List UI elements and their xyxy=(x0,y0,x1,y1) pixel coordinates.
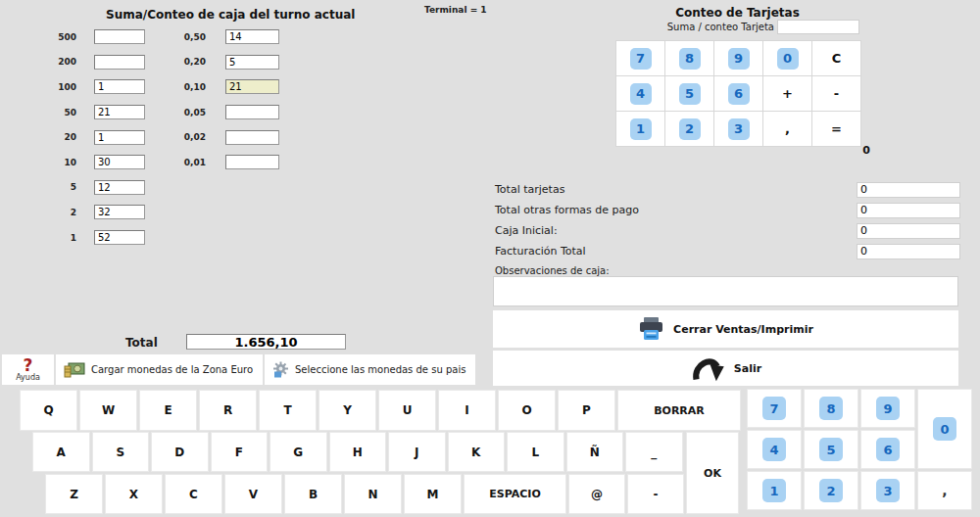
card-keypad-key-equals[interactable]: = xyxy=(812,112,860,146)
coin-count-input-002[interactable] xyxy=(225,130,279,145)
coin-count-input-010-focused[interactable] xyxy=(225,79,279,94)
card-keypad-key-plus[interactable]: + xyxy=(763,76,811,111)
key-n[interactable]: N xyxy=(344,474,402,514)
numpad-key-comma[interactable]: , xyxy=(917,471,972,510)
coin-count-input-001[interactable] xyxy=(225,155,279,169)
key-v[interactable]: V xyxy=(224,474,282,514)
card-keypad-key-4[interactable]: 4 xyxy=(616,76,664,111)
key-l[interactable]: L xyxy=(507,432,564,472)
key-k[interactable]: K xyxy=(448,432,506,472)
printer-icon xyxy=(638,317,664,341)
key-f[interactable]: F xyxy=(211,432,269,472)
key-y[interactable]: Y xyxy=(318,390,376,431)
key-t[interactable]: T xyxy=(259,390,317,431)
card-keypad-key-7[interactable]: 7 xyxy=(616,41,664,75)
bill-count-input-10[interactable] xyxy=(94,155,145,169)
key-digit: 4 xyxy=(762,438,786,461)
key-i[interactable]: I xyxy=(438,390,496,431)
observations-textarea[interactable] xyxy=(493,276,958,306)
numpad-key-4[interactable]: 4 xyxy=(747,430,802,469)
card-keypad-key-clear[interactable]: C xyxy=(812,41,860,75)
bill-count-input-1[interactable] xyxy=(94,230,145,245)
coin-row: 0,10 xyxy=(178,74,279,100)
help-button[interactable]: ? Ayuda xyxy=(2,354,54,385)
bill-count-input-5[interactable] xyxy=(94,180,145,195)
card-keypad-result: 0 xyxy=(855,144,878,157)
load-euro-coins-button[interactable]: Cargar monedas de la Zona Euro xyxy=(56,354,263,385)
numpad: 7 8 9 0 4 5 6 1 2 3 , xyxy=(747,389,972,510)
card-keypad-key-2[interactable]: 2 xyxy=(665,112,713,146)
key-backspace[interactable]: BORRAR xyxy=(617,390,741,431)
key-s[interactable]: S xyxy=(92,432,150,472)
key-p[interactable]: P xyxy=(558,390,615,431)
total-otras-formas-field[interactable] xyxy=(857,203,960,218)
card-keypad-key-5[interactable]: 5 xyxy=(665,76,713,111)
key-underscore[interactable]: _ xyxy=(625,432,683,472)
total-tarjetas-field[interactable] xyxy=(857,182,960,198)
card-keypad-key-9[interactable]: 9 xyxy=(714,41,762,75)
close-sales-print-button[interactable]: Cerrar Ventas/Imprimir xyxy=(493,310,958,348)
key-ok[interactable]: OK xyxy=(686,432,739,514)
numpad-key-1[interactable]: 1 xyxy=(747,471,802,510)
coin-count-input-050[interactable] xyxy=(225,29,279,44)
numpad-key-9[interactable]: 9 xyxy=(860,389,915,428)
select-country-coins-button[interactable]: Seleccione las monedas de su pais xyxy=(265,354,475,385)
exit-button[interactable]: Salir xyxy=(493,351,958,386)
key-z[interactable]: Z xyxy=(45,474,103,514)
card-sum-input[interactable] xyxy=(777,20,859,34)
coin-count-input-020[interactable] xyxy=(225,55,279,70)
key-q[interactable]: Q xyxy=(20,390,77,431)
key-g[interactable]: G xyxy=(270,432,327,472)
key-digit: 8 xyxy=(819,397,843,420)
key-m[interactable]: M xyxy=(404,474,462,514)
numpad-key-0[interactable]: 0 xyxy=(917,389,972,469)
card-keypad-key-comma[interactable]: , xyxy=(763,112,811,146)
key-enye[interactable]: Ñ xyxy=(566,432,624,472)
exit-arrow-icon xyxy=(690,353,725,383)
key-c[interactable]: C xyxy=(165,474,222,514)
key-space[interactable]: ESPACIO xyxy=(464,474,566,514)
key-r[interactable]: R xyxy=(199,390,257,431)
bill-count-input-2[interactable] xyxy=(94,205,145,219)
numpad-key-2[interactable]: 2 xyxy=(804,471,858,510)
numpad-key-6[interactable]: 6 xyxy=(860,430,915,469)
card-keypad-key-0[interactable]: 0 xyxy=(763,41,811,75)
bill-count-input-100[interactable] xyxy=(94,79,145,94)
bill-count-input-20[interactable] xyxy=(94,130,145,145)
card-keypad-key-6[interactable]: 6 xyxy=(714,76,762,111)
key-symbol: , xyxy=(785,121,790,136)
bill-row: 10 xyxy=(45,150,145,175)
card-keypad-key-1[interactable]: 1 xyxy=(616,112,664,146)
numpad-key-5[interactable]: 5 xyxy=(804,430,858,469)
caja-inicial-field[interactable] xyxy=(857,223,960,239)
bill-count-input-50[interactable] xyxy=(94,105,145,119)
key-o[interactable]: O xyxy=(498,390,556,431)
coin-count-input-005[interactable] xyxy=(225,105,279,119)
key-digit: 9 xyxy=(876,397,900,420)
numpad-key-8[interactable]: 8 xyxy=(804,389,858,428)
keyboard-row-2: A S D F G H J K L Ñ _ xyxy=(32,432,683,472)
card-keypad-key-minus[interactable]: - xyxy=(812,76,860,111)
bill-count-input-500[interactable] xyxy=(94,29,145,44)
key-at[interactable]: @ xyxy=(568,474,625,514)
key-d[interactable]: D xyxy=(151,432,209,472)
key-h[interactable]: H xyxy=(329,432,387,472)
numpad-key-7[interactable]: 7 xyxy=(747,389,802,428)
terminal-indicator: Terminal = 1 xyxy=(424,5,487,15)
facturacion-total-field[interactable] xyxy=(857,244,960,259)
card-keypad-key-3[interactable]: 3 xyxy=(714,112,762,146)
key-x[interactable]: X xyxy=(105,474,163,514)
key-j[interactable]: J xyxy=(388,432,446,472)
numpad-key-3[interactable]: 3 xyxy=(860,471,915,510)
key-a[interactable]: A xyxy=(32,432,90,472)
total-amount-field[interactable] xyxy=(186,334,346,350)
key-b[interactable]: B xyxy=(284,474,342,514)
key-e[interactable]: E xyxy=(139,390,197,431)
key-w[interactable]: W xyxy=(79,390,137,431)
card-keypad-key-8[interactable]: 8 xyxy=(665,41,713,75)
bill-count-input-200[interactable] xyxy=(94,55,145,70)
total-row-label: Total otras formas de pago xyxy=(495,204,857,216)
key-dash[interactable]: - xyxy=(627,474,684,514)
select-country-coins-label: Seleccione las monedas de su pais xyxy=(295,364,466,375)
key-u[interactable]: U xyxy=(378,390,436,431)
